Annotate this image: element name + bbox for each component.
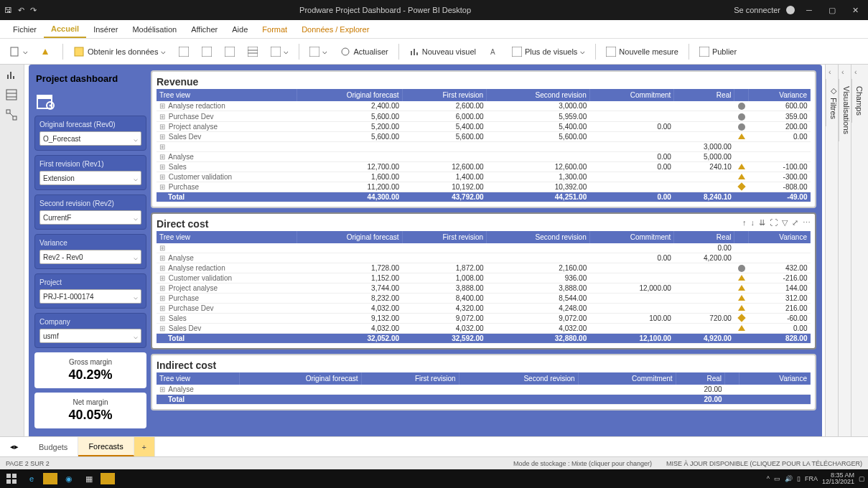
table-row[interactable]: ⊞ 0.00 [157, 243, 811, 253]
tray-battery-icon[interactable]: ▯ [797, 475, 801, 482]
select-variance[interactable]: Rev2 - Rev0 [39, 250, 141, 264]
menu-view[interactable]: Afficher [184, 20, 225, 38]
select-second-revision[interactable]: CurrentF [39, 210, 141, 225]
focus-icon[interactable]: ⤢ [792, 218, 798, 227]
tray-sound-icon[interactable]: 🔊 [785, 475, 793, 482]
data-view-icon[interactable] [6, 89, 19, 102]
table-row[interactable]: ⊞ Analyse20.00 [157, 385, 811, 395]
table-row[interactable]: ⊞ Sales12,700.0012,600.0012,600.000.0024… [157, 162, 811, 172]
menu-modeling[interactable]: Modélisation [125, 20, 184, 38]
tray-lang[interactable]: FRA [805, 475, 818, 482]
dashboard-container: Project dashboard Original forecast (Rev… [29, 65, 822, 436]
table-row[interactable]: ⊞ Project analyse5,200.005,400.005,400.0… [157, 121, 811, 131]
text-box-button[interactable]: A [485, 45, 503, 58]
enter-data-button[interactable] [243, 45, 262, 58]
app-icon[interactable]: ▦ [80, 471, 98, 487]
page-nav-right-icon[interactable]: ▸ [14, 442, 19, 451]
add-page-button[interactable]: + [134, 437, 155, 456]
select-project[interactable]: PRJ-F1-000174 [39, 289, 141, 304]
main-content: Revenue Tree view Original forecast Firs… [151, 70, 816, 436]
minimize-button[interactable]: ─ [801, 1, 818, 19]
dataverse-button[interactable]: ⌵ [266, 45, 293, 58]
get-data-button[interactable]: Obtenir les données ⌵ [69, 44, 170, 59]
format-painter-button[interactable] [37, 44, 57, 59]
excel-button[interactable] [174, 45, 193, 58]
table-row[interactable]: ⊞ Analyse redaction2,400.002,600.003,000… [157, 101, 811, 111]
card-revenue[interactable]: Revenue Tree view Original forecast Firs… [151, 70, 816, 208]
tray-date[interactable]: 12/13/2021 [822, 478, 854, 485]
card-direct-cost[interactable]: ↑ ↓ ⇊ ⛶ ▽ ⤢ ⋯ Direct cost Tree view Orig… [151, 212, 816, 349]
report-view-icon[interactable] [6, 69, 19, 82]
table-row[interactable]: ⊞ 3,000.00 [157, 142, 811, 152]
drill-down-icon[interactable]: ↓ [751, 218, 755, 227]
table-row[interactable]: ⊞ Project analyse3,744.003,888.003,888.0… [157, 283, 811, 294]
menu-help[interactable]: Aide [225, 20, 255, 38]
svg-rect-31 [6, 474, 11, 478]
menu-format[interactable]: Format [255, 20, 294, 38]
select-first-revision[interactable]: Extension [39, 171, 141, 185]
publish-button[interactable]: Publier [695, 45, 741, 58]
close-button[interactable]: ✕ [846, 1, 864, 19]
table-row[interactable]: ⊞ Purchase Dev5,600.006,000.005,959.0035… [157, 111, 811, 121]
new-visual-button[interactable]: Nouveau visuel [405, 45, 480, 58]
pane-fields[interactable]: Champs [851, 79, 867, 123]
table-row[interactable]: ⊞ Purchase11,200.0010,192.0010,392.00-80… [157, 182, 811, 192]
select-original-forecast[interactable]: O_Forecast [39, 131, 141, 146]
model-view-icon[interactable] [6, 109, 19, 122]
menu-home[interactable]: Accueil [44, 20, 86, 38]
svg-rect-34 [12, 479, 17, 484]
drill-up-icon[interactable]: ↑ [742, 218, 747, 227]
paste-button[interactable]: ⌵ [4, 44, 32, 59]
menu-file[interactable]: Fichier [6, 20, 44, 38]
refresh-button[interactable]: Actualiser [336, 45, 392, 58]
table-direct-cost: Tree view Original forecast First revisi… [157, 231, 811, 344]
start-button[interactable] [3, 471, 20, 487]
svg-rect-16 [606, 47, 616, 57]
table-row[interactable]: ⊞ Analyse0.005,000.00 [157, 152, 811, 162]
redo-icon[interactable]: ↷ [30, 6, 37, 15]
tab-forecasts[interactable]: Forecasts [78, 437, 134, 456]
powerbi-icon[interactable] [101, 473, 115, 484]
undo-icon[interactable]: ↶ [18, 6, 24, 15]
user-avatar-icon[interactable] [786, 6, 795, 14]
signin-button[interactable]: Se connecter [734, 6, 780, 14]
table-row[interactable]: ⊞ Purchase8,232.008,400.008,544.00312.00 [157, 294, 811, 304]
table-row[interactable]: ⊞ Sales9,132.009,072.009,072.00100.00720… [157, 314, 811, 324]
table-row[interactable]: ⊞ Analyse redaction1,728.001,872.002,160… [157, 263, 811, 273]
card-indirect-cost[interactable]: Indirect cost Tree view Original forecas… [151, 354, 816, 410]
menu-data[interactable]: Données / Explorer [294, 20, 376, 38]
chevron-left-icon[interactable]: ‹ [839, 65, 851, 79]
more-visuals-button[interactable]: Plus de visuels ⌵ [508, 45, 589, 58]
report-canvas[interactable]: Project dashboard Original forecast (Rev… [24, 65, 825, 436]
svg-rect-5 [248, 47, 258, 57]
save-icon[interactable]: 🖫 [4, 6, 12, 14]
chevron-left-icon[interactable]: ‹ [851, 65, 864, 79]
tab-budgets[interactable]: Budgets [29, 437, 78, 456]
storage-mode[interactable]: Mode de stockage : Mixte (cliquer pour c… [513, 460, 652, 467]
table-row[interactable]: ⊞ Purchase Dev4,032.004,320.004,248.0021… [157, 304, 811, 314]
datahub-button[interactable] [197, 45, 216, 58]
tray-notifications-icon[interactable]: ▢ [859, 475, 865, 482]
update-available[interactable]: MISE À JOUR DISPONIBLE (CLIQUEZ POUR LA … [666, 460, 862, 467]
maximize-button[interactable]: ▢ [823, 1, 841, 19]
table-row[interactable]: ⊞ Customer validation1,600.001,400.001,3… [157, 172, 811, 182]
table-row[interactable]: ⊞ Analyse0.004,200.00 [157, 253, 811, 263]
filter-icon[interactable]: ▽ [782, 218, 788, 227]
table-row[interactable]: ⊞ Customer validation1,152.001,008.00936… [157, 273, 811, 283]
chevron-left-icon[interactable]: ‹ [826, 65, 838, 79]
table-row[interactable]: ⊞ Sales Dev4,032.004,032.004,032.000.00 [157, 324, 811, 334]
expand-icon[interactable]: ⛶ [770, 218, 778, 227]
sql-button[interactable] [220, 45, 239, 58]
transform-button[interactable]: ⌵ [305, 45, 332, 58]
menu-insert[interactable]: Insérer [86, 20, 125, 38]
explorer-icon[interactable] [43, 473, 57, 484]
new-measure-button[interactable]: Nouvelle mesure [602, 45, 683, 58]
table-row[interactable]: ⊞ Sales Dev5,600.005,600.005,600.000.00 [157, 132, 811, 142]
tray-up-icon[interactable]: ^ [767, 475, 770, 482]
select-company[interactable]: usmf [39, 329, 141, 343]
next-level-icon[interactable]: ⇊ [759, 218, 765, 227]
tray-network-icon[interactable]: ▭ [774, 475, 780, 482]
ie-icon[interactable]: e [23, 471, 40, 487]
more-options-icon[interactable]: ⋯ [803, 218, 811, 227]
edge-icon[interactable]: ◉ [60, 471, 78, 487]
